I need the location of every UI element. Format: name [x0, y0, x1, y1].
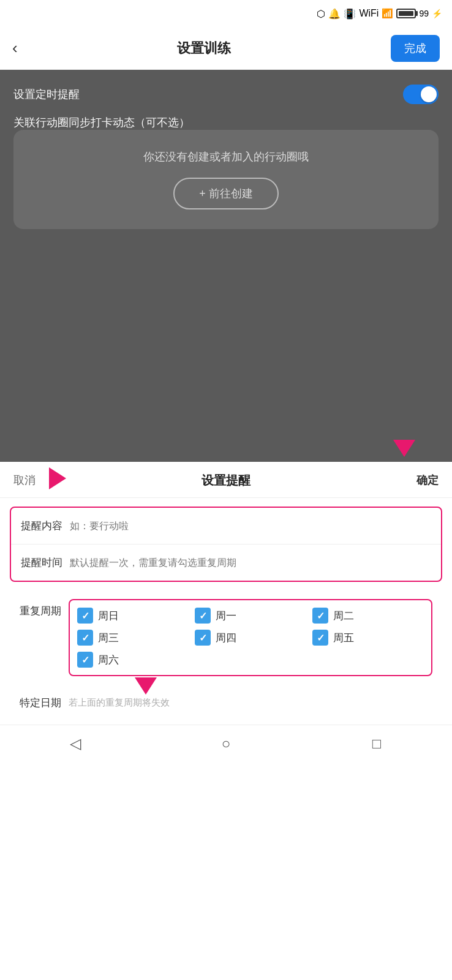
day-monday[interactable]: ✓ 周一 — [195, 608, 306, 624]
label-friday: 周五 — [333, 631, 354, 645]
done-button[interactable]: 完成 — [391, 35, 440, 62]
check-thursday: ✓ — [199, 632, 207, 644]
check-monday: ✓ — [199, 610, 207, 622]
form-section: 提醒内容 提醒时间 — [10, 507, 442, 582]
check-tuesday: ✓ — [317, 610, 325, 622]
check-wednesday: ✓ — [81, 632, 89, 644]
day-saturday[interactable]: ✓ 周六 — [77, 652, 189, 668]
checkbox-monday[interactable]: ✓ — [195, 608, 211, 624]
dim-overlay — [0, 260, 452, 419]
label-wednesday: 周三 — [98, 631, 119, 645]
time-input[interactable] — [70, 557, 431, 568]
specific-date-area: 特定日期 若上面的重复周期将失效 — [0, 687, 452, 718]
label-thursday: 周四 — [216, 631, 236, 645]
signal-icon: 📶 — [382, 8, 393, 19]
label-sunday: 周日 — [98, 609, 119, 623]
sheet-title: 设置提醒 — [202, 472, 250, 489]
checkbox-thursday[interactable]: ✓ — [195, 630, 211, 646]
checkbox-saturday[interactable]: ✓ — [77, 652, 93, 668]
specific-hint: 若上面的重复周期将失效 — [69, 697, 170, 709]
status-icons: ⬡ 🔔 📳 WiFi 📶 99 ⚡ — [317, 8, 442, 20]
confirm-button[interactable]: 确定 — [416, 473, 439, 488]
app-header: ‹ 设置训练 完成 — [0, 27, 452, 70]
back-button[interactable]: ‹ — [12, 39, 18, 58]
day-friday[interactable]: ✓ 周五 — [312, 630, 424, 646]
check-friday: ✓ — [317, 632, 325, 644]
label-monday: 周一 — [216, 609, 236, 623]
check-saturday: ✓ — [81, 654, 89, 666]
repeat-label: 重复周期 — [20, 599, 69, 618]
day-sunday[interactable]: ✓ 周日 — [77, 608, 189, 624]
repeat-grid-wrapper: ✓ 周日 ✓ 周一 ✓ 周二 — [69, 599, 432, 676]
nfc-icon: ⬡ — [317, 8, 325, 20]
content-label: 提醒内容 — [21, 519, 70, 533]
check-sunday: ✓ — [81, 610, 89, 622]
battery-icon — [396, 9, 416, 18]
label-tuesday: 周二 — [333, 609, 354, 623]
content-input[interactable] — [70, 521, 431, 532]
wifi-icon: WiFi — [359, 8, 379, 19]
top-arrow-area — [0, 419, 452, 462]
nav-recents-button[interactable]: □ — [361, 731, 392, 756]
checkbox-friday[interactable]: ✓ — [312, 630, 328, 646]
nav-back-button[interactable]: ◁ — [60, 731, 91, 756]
vibrate-icon: 📳 — [344, 8, 356, 20]
checkbox-sunday[interactable]: ✓ — [77, 608, 93, 624]
create-circle-button[interactable]: + 前往创建 — [173, 178, 279, 209]
empty-circle-box: 你还没有创建或者加入的行动圈哦 + 前往创建 — [13, 130, 439, 229]
circle-label: 关联行动圈同步打卡动态（可不选） — [13, 115, 439, 130]
content-row: 提醒内容 — [11, 508, 441, 545]
checkbox-wednesday[interactable]: ✓ — [77, 630, 93, 646]
time-row: 提醒时间 — [11, 545, 441, 581]
charging-icon: ⚡ — [432, 9, 442, 18]
nav-home-button[interactable]: ○ — [211, 731, 241, 756]
bg-content: 设置定时提醒 关联行动圈同步打卡动态（可不选） 你还没有创建或者加入的行动圈哦 … — [0, 70, 452, 260]
cancel-button[interactable]: 取消 — [13, 473, 36, 488]
battery-level: 99 — [419, 9, 429, 18]
toggle-thumb — [421, 86, 437, 102]
label-saturday: 周六 — [98, 653, 119, 667]
top-arrow-annotation — [393, 440, 415, 457]
day-thursday[interactable]: ✓ 周四 — [195, 630, 306, 646]
status-bar: ⬡ 🔔 📳 WiFi 📶 99 ⚡ — [0, 0, 452, 27]
day-wednesday[interactable]: ✓ 周三 — [77, 630, 189, 646]
day-tuesday[interactable]: ✓ 周二 — [312, 608, 424, 624]
specific-row[interactable]: 特定日期 若上面的重复周期将失效 — [10, 687, 442, 718]
bottom-sheet: 取消 设置提醒 确定 提醒内容 提醒时间 重复周期 ✓ — [0, 462, 452, 718]
alarm-icon: 🔔 — [328, 8, 341, 20]
reminder-toggle[interactable] — [403, 85, 439, 104]
reminder-label: 设置定时提醒 — [13, 87, 80, 102]
checkbox-tuesday[interactable]: ✓ — [312, 608, 328, 624]
header-arrow-annotation — [49, 467, 66, 492]
specific-label: 特定日期 — [20, 696, 69, 710]
repeat-section: 重复周期 ✓ 周日 ✓ 周一 — [10, 590, 442, 685]
sheet-header: 取消 设置提醒 确定 — [0, 462, 452, 498]
nav-bar: ◁ ○ □ — [0, 725, 452, 761]
time-label: 提醒时间 — [21, 556, 70, 570]
empty-text: 你还没有创建或者加入的行动圈哦 — [26, 149, 426, 164]
repeat-grid: ✓ 周日 ✓ 周一 ✓ 周二 — [77, 608, 424, 668]
page-title: 设置训练 — [177, 39, 231, 58]
reminder-toggle-row: 设置定时提醒 — [13, 85, 439, 104]
